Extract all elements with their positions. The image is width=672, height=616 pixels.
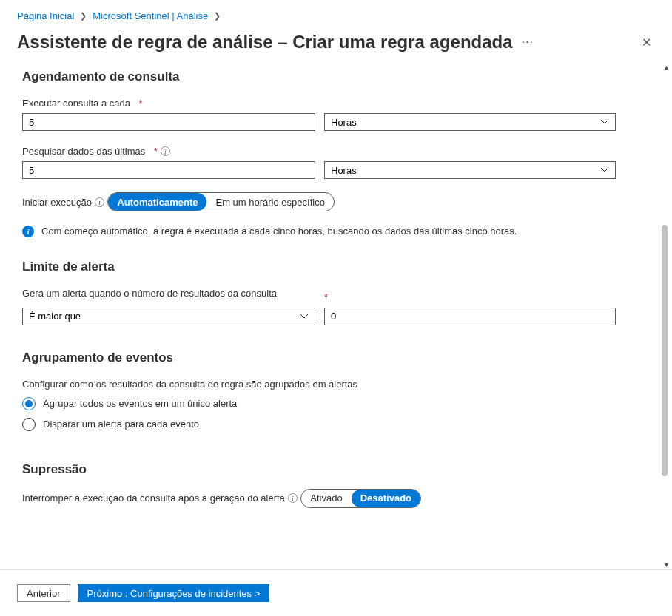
run-every-unit-select[interactable] (324, 113, 616, 131)
threshold-value-input[interactable] (324, 308, 616, 325)
info-icon[interactable]: i (95, 197, 104, 207)
schedule-info-text: Com começo automático, a regra é executa… (41, 226, 517, 237)
radio-icon (22, 397, 36, 410)
info-icon[interactable]: i (161, 146, 170, 156)
scroll-thumb[interactable] (662, 225, 668, 476)
breadcrumb-sentinel[interactable]: Microsoft Sentinel | Análise (93, 10, 208, 21)
section-schedule-heading: Agendamento de consulta (22, 70, 659, 84)
suppression-on-option[interactable]: Ativado (301, 490, 351, 507)
lookup-input[interactable] (22, 161, 315, 179)
footer-bar: Anterior Próximo : Configurações de inci… (0, 569, 672, 616)
run-every-input[interactable] (22, 113, 315, 131)
scroll-down-icon[interactable]: ▼ (663, 561, 670, 569)
scrollbar[interactable]: ▲ ▼ (662, 64, 671, 569)
start-auto-option[interactable]: Automaticamente (108, 193, 206, 211)
section-suppression-heading: Supressão (22, 462, 659, 477)
next-button[interactable]: Próximo : Configurações de incidentes > (78, 584, 270, 602)
close-icon[interactable]: ✕ (642, 35, 651, 50)
lookup-label: Pesquisar dados das últimas * i (22, 146, 170, 157)
grouping-option-each-label: Disparar um alerta para cada evento (43, 419, 199, 430)
run-every-label: Executar consulta a cada * (22, 98, 143, 109)
suppression-toggle-group: Ativado Desativado (300, 489, 421, 508)
section-grouping-heading: Agrupamento de eventos (22, 351, 659, 365)
section-threshold-heading: Limite de alerta (22, 260, 659, 274)
info-icon: i (22, 226, 34, 237)
lookup-unit-select[interactable] (324, 161, 616, 179)
grouping-config-label: Configurar como os resultados da consult… (22, 379, 357, 390)
page-title: Assistente de regra de análise – Criar u… (17, 32, 513, 53)
grouping-option-all[interactable]: Agrupar todos os eventos em um único ale… (22, 397, 659, 410)
suppression-stop-label: Interromper a execução da consulta após … (22, 493, 298, 504)
start-label: Iniciar execução i (22, 197, 104, 208)
previous-button[interactable]: Anterior (17, 584, 70, 602)
breadcrumb: Página Inicial ❯ Microsoft Sentinel | An… (0, 0, 672, 21)
schedule-info-box: i Com começo automático, a regra é execu… (22, 226, 614, 237)
grouping-option-all-label: Agrupar todos os eventos em um único ale… (43, 398, 237, 409)
scroll-up-icon[interactable]: ▲ (663, 64, 670, 71)
start-toggle-group: Automaticamente Em um horário específico (107, 192, 334, 211)
content-scroll: Agendamento de consulta Executar consult… (0, 64, 659, 569)
start-specific-option[interactable]: Em um horário específico (206, 193, 333, 211)
threshold-gen-label: Gera um alerta quando o número de result… (22, 288, 277, 299)
breadcrumb-home[interactable]: Página Inicial (17, 10, 74, 21)
more-menu[interactable]: ··· (522, 35, 534, 49)
chevron-right-icon: ❯ (214, 11, 221, 21)
suppression-off-option[interactable]: Desativado (352, 490, 420, 507)
info-icon[interactable]: i (288, 493, 298, 503)
grouping-option-each[interactable]: Disparar um alerta para cada evento (22, 418, 659, 431)
radio-icon (22, 418, 36, 431)
threshold-operator-select[interactable] (22, 308, 315, 325)
chevron-right-icon: ❯ (80, 11, 87, 21)
